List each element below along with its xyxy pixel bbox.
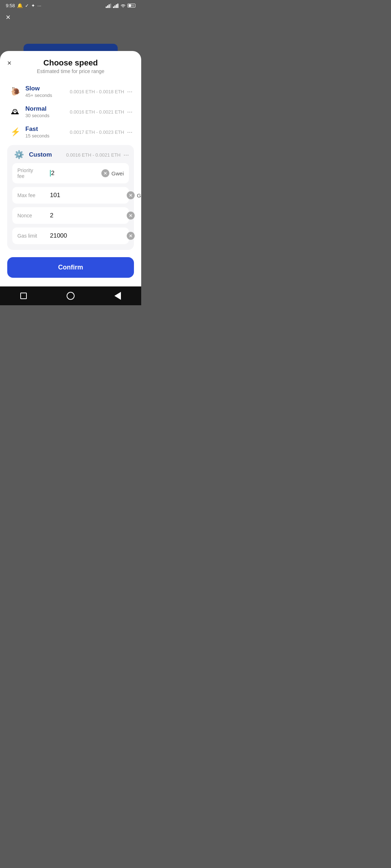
nonce-clear-button[interactable] bbox=[127, 212, 135, 220]
dots-icon: ··· bbox=[37, 3, 41, 8]
normal-info: Normal 30 seconds bbox=[25, 105, 70, 118]
nav-home-button[interactable] bbox=[66, 291, 76, 301]
nav-square-button[interactable] bbox=[18, 291, 29, 301]
svg-rect-1 bbox=[107, 5, 108, 8]
priority-fee-label: Priorityfee bbox=[17, 167, 50, 179]
speed-option-slow[interactable]: 🐌 Slow 45+ seconds 0.0016 ETH - 0.0018 E… bbox=[7, 81, 134, 102]
wifi-icon bbox=[120, 4, 126, 8]
fast-dots[interactable]: ··· bbox=[127, 128, 133, 136]
fast-time: 15 seconds bbox=[25, 133, 70, 139]
normal-time: 30 seconds bbox=[25, 113, 70, 118]
fast-icon: ⚡ bbox=[9, 127, 22, 137]
gas-limit-label: Gas limit bbox=[17, 233, 50, 239]
slow-time: 45+ seconds bbox=[25, 93, 70, 98]
max-fee-clear-button[interactable] bbox=[127, 191, 135, 199]
gas-limit-field[interactable]: Gas limit bbox=[12, 227, 129, 244]
slow-name: Slow bbox=[25, 85, 70, 92]
svg-rect-4 bbox=[113, 7, 114, 8]
priority-fee-input[interactable] bbox=[51, 170, 101, 177]
svg-rect-0 bbox=[106, 7, 107, 8]
custom-gear-icon: ⚙️ bbox=[12, 150, 25, 159]
sheet-header: × Choose speed Estimated time for price … bbox=[7, 58, 134, 74]
speed-option-normal[interactable]: 🕰 Normal 30 seconds 0.0016 ETH - 0.0021 … bbox=[7, 102, 134, 122]
speed-option-fast[interactable]: ⚡ Fast 15 seconds 0.0017 ETH - 0.0023 ET… bbox=[7, 122, 134, 142]
nonce-field[interactable]: Nonce bbox=[12, 207, 129, 224]
slow-dots[interactable]: ··· bbox=[127, 88, 133, 95]
signal-icon bbox=[106, 4, 112, 8]
text-cursor bbox=[50, 170, 51, 176]
nav-triangle-icon bbox=[114, 292, 121, 300]
normal-name: Normal bbox=[25, 105, 70, 112]
custom-header: ⚙️ Custom 0.0016 ETH - 0.0021 ETH ··· bbox=[12, 150, 129, 159]
status-left: 9:58 🔔 ✓ ✦ ··· bbox=[6, 3, 41, 8]
sheet-subtitle: Estimated time for price range bbox=[37, 68, 105, 74]
custom-name: Custom bbox=[29, 151, 66, 158]
slow-icon: 🐌 bbox=[9, 87, 22, 96]
fan-icon: ✦ bbox=[31, 3, 35, 8]
normal-icon: 🕰 bbox=[9, 107, 22, 116]
sheet-close-button[interactable]: × bbox=[7, 59, 12, 67]
fast-info: Fast 15 seconds bbox=[25, 125, 70, 139]
slow-info: Slow 45+ seconds bbox=[25, 85, 70, 98]
sheet-title: Choose speed bbox=[37, 58, 105, 68]
custom-section: ⚙️ Custom 0.0016 ETH - 0.0021 ETH ··· Pr… bbox=[7, 145, 134, 250]
max-fee-unit: Gwei bbox=[137, 192, 141, 199]
alarm-icon: 🔔 bbox=[17, 3, 23, 8]
battery-icon: 51 bbox=[127, 4, 135, 8]
svg-rect-5 bbox=[114, 5, 115, 8]
normal-price: 0.0016 ETH - 0.0021 ETH bbox=[70, 109, 124, 115]
gas-limit-clear-button[interactable] bbox=[127, 232, 135, 240]
priority-fee-clear-button[interactable] bbox=[101, 169, 109, 177]
confirm-button[interactable]: Confirm bbox=[7, 257, 134, 278]
nav-square-icon bbox=[20, 293, 27, 299]
status-bar: 9:58 🔔 ✓ ✦ ··· 51 bbox=[0, 0, 141, 10]
status-time: 9:58 bbox=[6, 3, 15, 8]
nav-circle-icon bbox=[67, 292, 75, 300]
signal2-icon bbox=[113, 4, 119, 8]
nav-back-button[interactable] bbox=[113, 291, 123, 301]
gas-limit-input[interactable] bbox=[50, 232, 127, 239]
sheet-title-group: Choose speed Estimated time for price ra… bbox=[37, 58, 105, 74]
fast-name: Fast bbox=[25, 125, 70, 133]
priority-fee-unit: Gwei bbox=[112, 170, 124, 176]
bottom-sheet: × Choose speed Estimated time for price … bbox=[0, 51, 141, 286]
nonce-label: Nonce bbox=[17, 213, 50, 218]
svg-rect-2 bbox=[109, 4, 110, 8]
svg-rect-7 bbox=[117, 4, 118, 8]
svg-rect-3 bbox=[110, 4, 111, 8]
priority-fee-field[interactable]: Priorityfee Gwei bbox=[12, 163, 129, 183]
custom-price: 0.0016 ETH - 0.0021 ETH bbox=[66, 152, 121, 158]
fast-price: 0.0017 ETH - 0.0023 ETH bbox=[70, 129, 124, 135]
speed-options-list: 🐌 Slow 45+ seconds 0.0016 ETH - 0.0018 E… bbox=[7, 81, 134, 142]
status-right: 51 bbox=[106, 4, 135, 8]
max-fee-field[interactable]: Max fee Gwei bbox=[12, 187, 129, 204]
max-fee-input[interactable] bbox=[50, 192, 127, 199]
nonce-input[interactable] bbox=[50, 212, 127, 219]
normal-dots[interactable]: ··· bbox=[127, 108, 133, 116]
slow-price: 0.0016 ETH - 0.0018 ETH bbox=[70, 89, 124, 94]
custom-dots[interactable]: ··· bbox=[123, 151, 129, 159]
max-fee-label: Max fee bbox=[17, 192, 50, 198]
navigation-bar bbox=[0, 286, 141, 305]
background-close-button[interactable]: × bbox=[6, 13, 10, 22]
svg-rect-6 bbox=[116, 4, 117, 8]
check-icon: ✓ bbox=[25, 3, 29, 8]
